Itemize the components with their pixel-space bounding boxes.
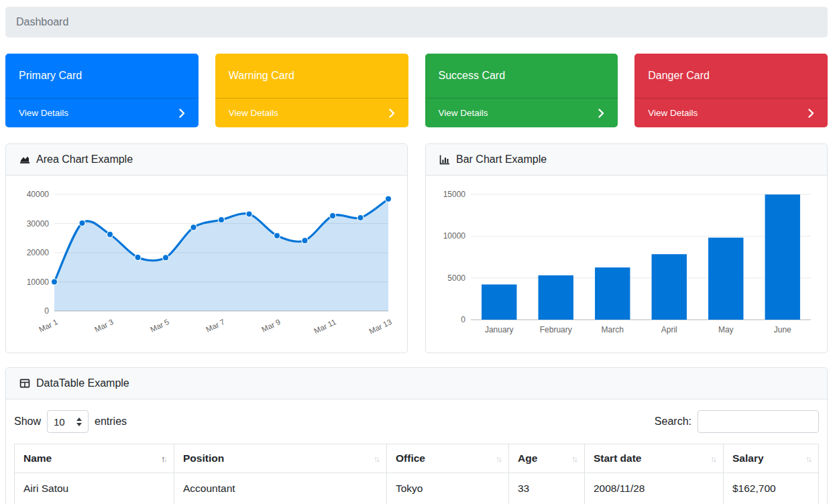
column-header-age[interactable]: Age ↑↓ — [509, 444, 585, 473]
svg-text:Mar 11: Mar 11 — [313, 318, 337, 335]
datatable-header: DataTable Example — [6, 368, 827, 399]
view-details-link[interactable]: View Details — [229, 108, 278, 118]
cell-name: Airi Satou — [15, 473, 174, 504]
column-header-position[interactable]: Position ↑↓ — [174, 444, 387, 473]
datatable-body: Show 10 entries Search: — [6, 399, 827, 504]
svg-text:June: June — [774, 325, 791, 334]
svg-text:5000: 5000 — [447, 273, 465, 283]
svg-text:15000: 15000 — [443, 190, 466, 199]
view-details-link[interactable]: View Details — [439, 108, 488, 118]
svg-text:Mar 1: Mar 1 — [38, 318, 59, 334]
datatable-card: DataTable Example Show 10 entries Search… — [5, 367, 828, 504]
datatable-controls: Show 10 entries Search: — [14, 410, 819, 433]
view-details-link[interactable]: View Details — [19, 108, 68, 118]
svg-text:20000: 20000 — [27, 248, 50, 257]
card-title: Primary Card — [5, 54, 199, 98]
bar-chart-canvas: 050001000015000JanuaryFebruaryMarchApril… — [437, 186, 816, 344]
sort-icon: ↑↓ — [161, 454, 168, 464]
select-caret-icon — [76, 418, 82, 426]
search-control: Search: — [655, 410, 819, 433]
stat-cards-row: Primary Card View Details Warning Card V… — [5, 54, 828, 127]
bar-chart-card: Bar Chart Example 050001000015000January… — [425, 143, 828, 353]
svg-text:10000: 10000 — [443, 231, 466, 241]
column-header-office[interactable]: Office ↑↓ — [387, 444, 509, 473]
charts-row: Area Chart Example 010000200003000040000… — [5, 143, 828, 353]
svg-text:Mar 3: Mar 3 — [93, 318, 115, 334]
card-title: Danger Card — [634, 54, 828, 98]
breadcrumb-item-dashboard: Dashboard — [16, 16, 68, 27]
page-length-control: Show 10 entries — [14, 410, 127, 433]
area-chart-title: Area Chart Example — [36, 153, 133, 166]
danger-card: Danger Card View Details — [634, 54, 828, 127]
datatable-title: DataTable Example — [36, 377, 129, 389]
chevron-right-icon[interactable] — [389, 109, 395, 118]
warning-card: Warning Card View Details — [215, 54, 408, 127]
dashboard-page: Dashboard Primary Card View Details Warn… — [0, 0, 833, 504]
column-header-name[interactable]: Name ↑↓ — [15, 444, 174, 473]
entries-select[interactable]: 10 — [47, 410, 89, 433]
entries-label: entries — [95, 416, 127, 428]
bar-chart-header: Bar Chart Example — [426, 144, 827, 176]
card-footer: View Details — [5, 98, 199, 127]
cell-start-date: 2008/11/28 — [585, 473, 724, 504]
show-label: Show — [14, 416, 41, 428]
svg-text:30000: 30000 — [27, 219, 50, 229]
svg-text:0: 0 — [461, 315, 465, 324]
table-header-row: Name ↑↓ Position ↑↓ Office ↑↓ Age ↑↓ Sta… — [15, 444, 819, 473]
primary-card: Primary Card View Details — [5, 54, 199, 127]
cell-age: 33 — [509, 473, 585, 504]
svg-text:May: May — [718, 325, 734, 334]
search-input[interactable] — [698, 410, 819, 433]
card-footer: View Details — [425, 98, 618, 127]
card-footer: View Details — [634, 98, 828, 127]
breadcrumb: Dashboard — [5, 7, 828, 38]
area-chart-canvas: 010000200003000040000Mar 1Mar 3Mar 5Mar … — [17, 186, 396, 344]
area-chart-card: Area Chart Example 010000200003000040000… — [5, 143, 408, 353]
svg-text:Mar 13: Mar 13 — [368, 318, 392, 335]
chart-bar-icon — [439, 154, 450, 165]
bar-chart-body: 050001000015000JanuaryFebruaryMarchApril… — [426, 176, 827, 353]
area-chart-header: Area Chart Example — [6, 144, 407, 176]
chart-area-icon — [19, 154, 30, 165]
cell-salary: $162,700 — [724, 473, 819, 504]
success-card: Success Card View Details — [425, 54, 618, 127]
sort-icon: ↑↓ — [806, 454, 812, 464]
svg-text:Mar 7: Mar 7 — [205, 318, 226, 334]
svg-text:March: March — [602, 325, 624, 334]
table-row: Airi Satou Accountant Tokyo 33 2008/11/2… — [15, 473, 819, 504]
data-table: Name ↑↓ Position ↑↓ Office ↑↓ Age ↑↓ Sta… — [14, 444, 819, 504]
cell-position: Accountant — [174, 473, 387, 504]
sort-icon: ↑↓ — [571, 454, 578, 464]
card-title: Warning Card — [215, 54, 408, 98]
bar-chart-title: Bar Chart Example — [456, 153, 547, 166]
entries-select-value: 10 — [54, 416, 65, 428]
svg-text:January: January — [485, 325, 514, 334]
svg-text:February: February — [540, 325, 572, 334]
view-details-link[interactable]: View Details — [648, 108, 698, 118]
area-chart-body: 010000200003000040000Mar 1Mar 3Mar 5Mar … — [6, 176, 407, 353]
search-label: Search: — [655, 416, 691, 428]
chevron-right-icon[interactable] — [598, 109, 604, 118]
column-header-salary[interactable]: Salary ↑↓ — [724, 444, 819, 473]
svg-text:10000: 10000 — [27, 277, 50, 287]
sort-icon: ↑↓ — [374, 454, 380, 464]
sort-icon: ↑↓ — [710, 454, 717, 464]
svg-text:40000: 40000 — [27, 190, 50, 199]
chevron-right-icon[interactable] — [179, 109, 185, 118]
svg-text:0: 0 — [44, 306, 49, 316]
table-icon — [19, 378, 30, 389]
svg-text:Mar 5: Mar 5 — [149, 318, 170, 334]
card-footer: View Details — [215, 98, 408, 127]
card-title: Success Card — [425, 54, 618, 98]
cell-office: Tokyo — [387, 473, 509, 504]
svg-text:April: April — [661, 325, 677, 334]
sort-icon: ↑↓ — [496, 454, 502, 464]
chevron-right-icon[interactable] — [808, 109, 814, 118]
svg-text:Mar 9: Mar 9 — [260, 318, 282, 334]
column-header-start-date[interactable]: Start date ↑↓ — [585, 444, 724, 473]
